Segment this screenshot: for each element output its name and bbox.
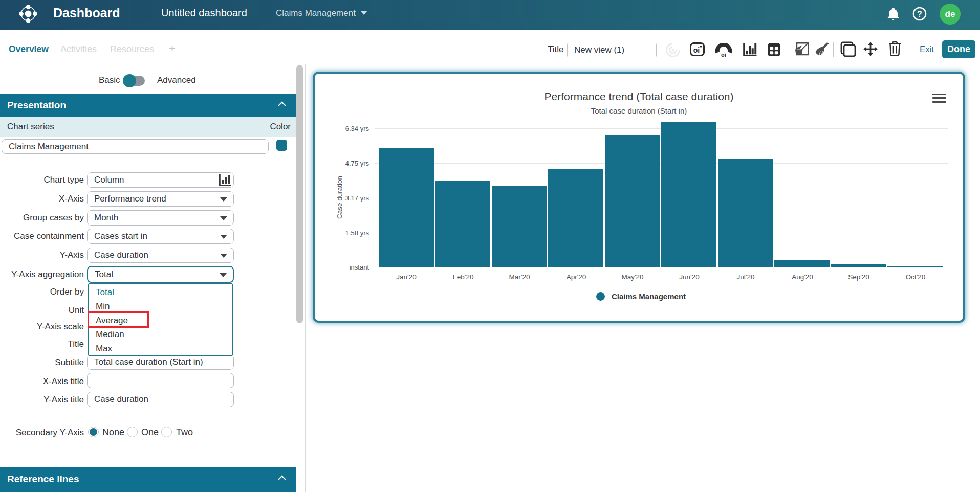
svg-text:?: ? — [917, 10, 922, 18]
svg-text:oi: oi — [693, 46, 700, 54]
svg-text:oi: oi — [721, 52, 726, 58]
